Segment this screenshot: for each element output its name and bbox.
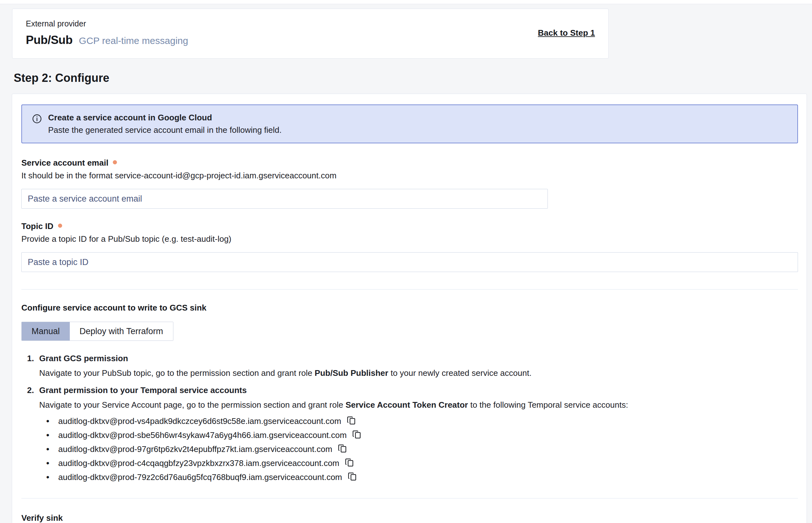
step-2-text-suffix: to the following Temporal service accoun… (468, 400, 628, 410)
instruction-step-1: 1. Grant GCS permission Navigate to your… (27, 352, 798, 382)
service-account-item: auditlog-dktxv@prod-sbe56h6wr4sykaw47a6y… (46, 428, 798, 442)
configure-method-tabs: Manual Deploy with Terraform (21, 322, 173, 341)
external-provider-label: External provider (26, 19, 188, 28)
service-account-email-label-text: Service account email (21, 158, 108, 168)
step-number: 2. (27, 384, 39, 485)
provider-tagline: GCP real-time messaging (79, 35, 188, 46)
info-banner-title: Create a service account in Google Cloud (48, 113, 282, 123)
service-account-item: auditlog-dktxv@prod-97gr6tp6zkv2t4epubff… (46, 442, 798, 456)
info-banner-text: Create a service account in Google Cloud… (48, 113, 282, 135)
step-1-text-suffix: to your newly created service account. (388, 368, 531, 378)
topic-id-input[interactable] (21, 252, 798, 272)
tab-manual[interactable]: Manual (22, 322, 70, 341)
info-banner-description: Paste the generated service account emai… (48, 125, 282, 135)
service-account-item: auditlog-dktxv@prod-vs4padk9dkczcey6d6st… (46, 414, 798, 428)
service-account-email-input[interactable] (21, 189, 548, 209)
verify-sink-title: Verify sink (21, 513, 798, 523)
temporal-service-account-list: auditlog-dktxv@prod-vs4padk9dkczcey6d6st… (46, 414, 798, 484)
step-1-role-name: Pub/Sub Publisher (315, 368, 388, 378)
instruction-step-2: 2. Grant permission to your Temporal ser… (27, 384, 798, 485)
configure-gcs-sink-title: Configure service account to write to GC… (21, 303, 798, 313)
service-account-email: auditlog-dktxv@prod-vs4padk9dkczcey6d6st… (58, 416, 341, 426)
provider-info: External provider Pub/Sub GCP real-time … (26, 19, 188, 47)
page-title: Step 2: Configure (14, 71, 812, 85)
service-account-email-helper: It should be in the format service-accou… (21, 171, 798, 181)
step-2-title: Grant permission to your Temporal servic… (39, 384, 798, 396)
step-1-title: Grant GCS permission (39, 352, 798, 364)
topic-id-helper: Provide a topic ID for a Pub/Sub topic (… (21, 234, 798, 244)
copy-icon[interactable] (345, 458, 354, 469)
step-2-text-prefix: Navigate to your Service Account page, g… (39, 400, 346, 410)
service-account-item: auditlog-dktxv@prod-c4cqaqgbfzy23vpzkbxz… (46, 456, 798, 470)
service-account-email-label: Service account email (21, 158, 798, 168)
service-account-email: auditlog-dktxv@prod-97gr6tp6zkv2t4epubff… (58, 444, 332, 454)
step-1-text-prefix: Navigate to your PubSub topic, go to the… (39, 368, 315, 378)
copy-icon[interactable] (347, 416, 356, 428)
provider-header-card: External provider Pub/Sub GCP real-time … (12, 8, 609, 59)
section-divider (21, 498, 798, 499)
step-2-role-name: Service Account Token Creator (346, 400, 468, 410)
configure-step-card: Create a service account in Google Cloud… (12, 94, 807, 523)
copy-icon[interactable] (347, 472, 357, 484)
required-dot (113, 160, 117, 164)
top-divider-strip (0, 0, 812, 4)
tab-deploy-with-terraform[interactable]: Deploy with Terraform (70, 322, 173, 341)
step-1-text: Navigate to your PubSub topic, go to the… (39, 367, 798, 379)
info-banner: Create a service account in Google Cloud… (21, 105, 798, 143)
provider-name: Pub/Sub (26, 33, 73, 47)
required-dot (58, 223, 62, 228)
step-number: 1. (27, 352, 39, 382)
copy-icon[interactable] (352, 430, 361, 441)
topic-id-label-text: Topic ID (21, 221, 54, 231)
step-body: Grant GCS permission Navigate to your Pu… (39, 352, 798, 382)
service-account-email: auditlog-dktxv@prod-c4cqaqgbfzy23vpzkbxz… (58, 458, 339, 468)
copy-icon[interactable] (337, 444, 347, 455)
service-account-email: auditlog-dktxv@prod-sbe56h6wr4sykaw47a6y… (58, 430, 347, 440)
topic-id-label: Topic ID (21, 221, 798, 231)
instruction-list: 1. Grant GCS permission Navigate to your… (27, 352, 798, 485)
step-body: Grant permission to your Temporal servic… (39, 384, 798, 485)
back-to-step-1-link[interactable]: Back to Step 1 (538, 28, 595, 38)
section-divider (21, 289, 798, 290)
service-account-email: auditlog-dktxv@prod-79z2c6d76au6g5fcq768… (58, 472, 342, 482)
info-icon (32, 113, 42, 126)
provider-row: Pub/Sub GCP real-time messaging (26, 33, 188, 47)
service-account-item: auditlog-dktxv@prod-79z2c6d76au6g5fcq768… (46, 470, 798, 484)
step-2-text: Navigate to your Service Account page, g… (39, 399, 798, 411)
